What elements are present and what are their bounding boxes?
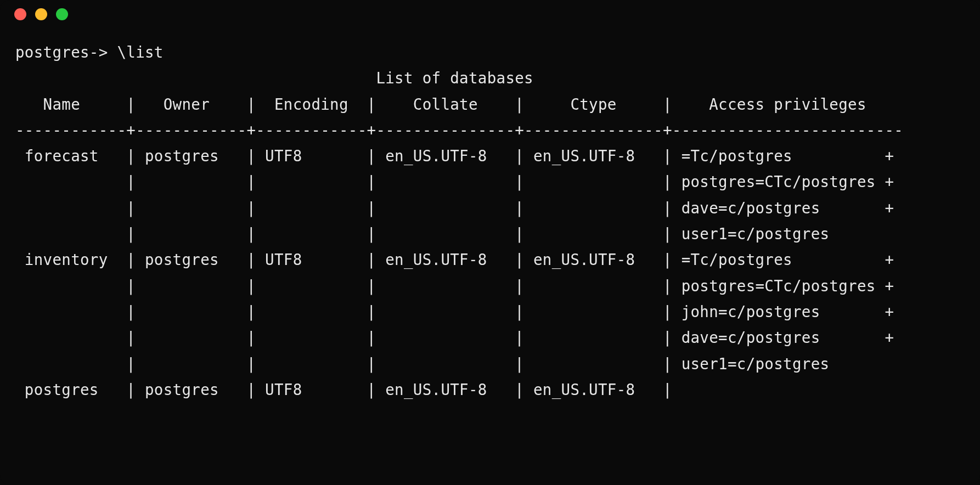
title-bar <box>0 0 980 29</box>
close-icon[interactable] <box>14 8 26 20</box>
minimize-icon[interactable] <box>35 8 47 20</box>
terminal-window: postgres-> \list List of databases Name … <box>0 0 980 485</box>
maximize-icon[interactable] <box>56 8 68 20</box>
terminal-output[interactable]: postgres-> \list List of databases Name … <box>0 29 980 403</box>
